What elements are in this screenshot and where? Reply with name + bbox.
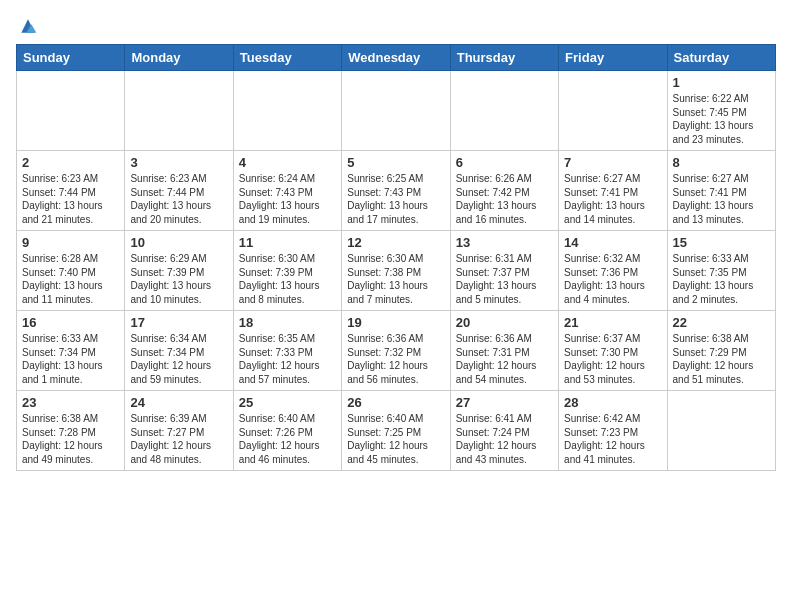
day-cell: 26Sunrise: 6:40 AM Sunset: 7:25 PM Dayli… (342, 391, 450, 471)
weekday-header-friday: Friday (559, 45, 667, 71)
weekday-header-monday: Monday (125, 45, 233, 71)
day-info: Sunrise: 6:37 AM Sunset: 7:30 PM Dayligh… (564, 332, 661, 386)
day-number: 1 (673, 75, 770, 90)
day-number: 2 (22, 155, 119, 170)
day-number: 23 (22, 395, 119, 410)
day-number: 16 (22, 315, 119, 330)
day-info: Sunrise: 6:38 AM Sunset: 7:28 PM Dayligh… (22, 412, 119, 466)
day-cell: 12Sunrise: 6:30 AM Sunset: 7:38 PM Dayli… (342, 231, 450, 311)
day-number: 17 (130, 315, 227, 330)
day-info: Sunrise: 6:30 AM Sunset: 7:39 PM Dayligh… (239, 252, 336, 306)
day-cell: 6Sunrise: 6:26 AM Sunset: 7:42 PM Daylig… (450, 151, 558, 231)
week-row-1: 1Sunrise: 6:22 AM Sunset: 7:45 PM Daylig… (17, 71, 776, 151)
day-cell (667, 391, 775, 471)
day-number: 7 (564, 155, 661, 170)
day-number: 15 (673, 235, 770, 250)
day-info: Sunrise: 6:22 AM Sunset: 7:45 PM Dayligh… (673, 92, 770, 146)
day-number: 22 (673, 315, 770, 330)
day-cell (125, 71, 233, 151)
day-info: Sunrise: 6:31 AM Sunset: 7:37 PM Dayligh… (456, 252, 553, 306)
day-number: 8 (673, 155, 770, 170)
day-info: Sunrise: 6:23 AM Sunset: 7:44 PM Dayligh… (22, 172, 119, 226)
day-cell: 24Sunrise: 6:39 AM Sunset: 7:27 PM Dayli… (125, 391, 233, 471)
day-info: Sunrise: 6:26 AM Sunset: 7:42 PM Dayligh… (456, 172, 553, 226)
day-number: 21 (564, 315, 661, 330)
day-number: 18 (239, 315, 336, 330)
day-cell: 5Sunrise: 6:25 AM Sunset: 7:43 PM Daylig… (342, 151, 450, 231)
day-info: Sunrise: 6:38 AM Sunset: 7:29 PM Dayligh… (673, 332, 770, 386)
day-info: Sunrise: 6:28 AM Sunset: 7:40 PM Dayligh… (22, 252, 119, 306)
weekday-header-tuesday: Tuesday (233, 45, 341, 71)
day-cell (233, 71, 341, 151)
day-cell: 13Sunrise: 6:31 AM Sunset: 7:37 PM Dayli… (450, 231, 558, 311)
day-cell (17, 71, 125, 151)
day-cell: 16Sunrise: 6:33 AM Sunset: 7:34 PM Dayli… (17, 311, 125, 391)
day-info: Sunrise: 6:35 AM Sunset: 7:33 PM Dayligh… (239, 332, 336, 386)
week-row-5: 23Sunrise: 6:38 AM Sunset: 7:28 PM Dayli… (17, 391, 776, 471)
day-cell: 23Sunrise: 6:38 AM Sunset: 7:28 PM Dayli… (17, 391, 125, 471)
day-cell (559, 71, 667, 151)
day-number: 25 (239, 395, 336, 410)
day-info: Sunrise: 6:40 AM Sunset: 7:25 PM Dayligh… (347, 412, 444, 466)
day-info: Sunrise: 6:42 AM Sunset: 7:23 PM Dayligh… (564, 412, 661, 466)
day-cell: 8Sunrise: 6:27 AM Sunset: 7:41 PM Daylig… (667, 151, 775, 231)
weekday-header-row: SundayMondayTuesdayWednesdayThursdayFrid… (17, 45, 776, 71)
day-number: 13 (456, 235, 553, 250)
day-number: 28 (564, 395, 661, 410)
day-cell: 18Sunrise: 6:35 AM Sunset: 7:33 PM Dayli… (233, 311, 341, 391)
day-cell: 14Sunrise: 6:32 AM Sunset: 7:36 PM Dayli… (559, 231, 667, 311)
day-cell: 17Sunrise: 6:34 AM Sunset: 7:34 PM Dayli… (125, 311, 233, 391)
day-cell (342, 71, 450, 151)
day-info: Sunrise: 6:34 AM Sunset: 7:34 PM Dayligh… (130, 332, 227, 386)
day-cell: 4Sunrise: 6:24 AM Sunset: 7:43 PM Daylig… (233, 151, 341, 231)
day-cell: 9Sunrise: 6:28 AM Sunset: 7:40 PM Daylig… (17, 231, 125, 311)
weekday-header-thursday: Thursday (450, 45, 558, 71)
day-info: Sunrise: 6:24 AM Sunset: 7:43 PM Dayligh… (239, 172, 336, 226)
day-cell: 27Sunrise: 6:41 AM Sunset: 7:24 PM Dayli… (450, 391, 558, 471)
day-info: Sunrise: 6:33 AM Sunset: 7:34 PM Dayligh… (22, 332, 119, 386)
day-info: Sunrise: 6:33 AM Sunset: 7:35 PM Dayligh… (673, 252, 770, 306)
day-number: 12 (347, 235, 444, 250)
day-number: 14 (564, 235, 661, 250)
day-number: 9 (22, 235, 119, 250)
day-cell: 19Sunrise: 6:36 AM Sunset: 7:32 PM Dayli… (342, 311, 450, 391)
day-cell (450, 71, 558, 151)
day-info: Sunrise: 6:36 AM Sunset: 7:31 PM Dayligh… (456, 332, 553, 386)
day-number: 19 (347, 315, 444, 330)
day-cell: 22Sunrise: 6:38 AM Sunset: 7:29 PM Dayli… (667, 311, 775, 391)
week-row-4: 16Sunrise: 6:33 AM Sunset: 7:34 PM Dayli… (17, 311, 776, 391)
week-row-2: 2Sunrise: 6:23 AM Sunset: 7:44 PM Daylig… (17, 151, 776, 231)
day-cell: 21Sunrise: 6:37 AM Sunset: 7:30 PM Dayli… (559, 311, 667, 391)
day-cell: 7Sunrise: 6:27 AM Sunset: 7:41 PM Daylig… (559, 151, 667, 231)
day-info: Sunrise: 6:32 AM Sunset: 7:36 PM Dayligh… (564, 252, 661, 306)
day-cell: 25Sunrise: 6:40 AM Sunset: 7:26 PM Dayli… (233, 391, 341, 471)
day-cell: 1Sunrise: 6:22 AM Sunset: 7:45 PM Daylig… (667, 71, 775, 151)
day-number: 27 (456, 395, 553, 410)
day-info: Sunrise: 6:39 AM Sunset: 7:27 PM Dayligh… (130, 412, 227, 466)
day-cell: 28Sunrise: 6:42 AM Sunset: 7:23 PM Dayli… (559, 391, 667, 471)
weekday-header-sunday: Sunday (17, 45, 125, 71)
day-cell: 15Sunrise: 6:33 AM Sunset: 7:35 PM Dayli… (667, 231, 775, 311)
day-number: 11 (239, 235, 336, 250)
weekday-header-saturday: Saturday (667, 45, 775, 71)
day-cell: 2Sunrise: 6:23 AM Sunset: 7:44 PM Daylig… (17, 151, 125, 231)
logo-icon (18, 16, 38, 36)
day-cell: 3Sunrise: 6:23 AM Sunset: 7:44 PM Daylig… (125, 151, 233, 231)
day-number: 20 (456, 315, 553, 330)
day-number: 24 (130, 395, 227, 410)
header (16, 16, 776, 36)
week-row-3: 9Sunrise: 6:28 AM Sunset: 7:40 PM Daylig… (17, 231, 776, 311)
day-cell: 10Sunrise: 6:29 AM Sunset: 7:39 PM Dayli… (125, 231, 233, 311)
day-info: Sunrise: 6:30 AM Sunset: 7:38 PM Dayligh… (347, 252, 444, 306)
logo (16, 16, 38, 36)
day-number: 10 (130, 235, 227, 250)
day-info: Sunrise: 6:27 AM Sunset: 7:41 PM Dayligh… (673, 172, 770, 226)
day-info: Sunrise: 6:29 AM Sunset: 7:39 PM Dayligh… (130, 252, 227, 306)
day-info: Sunrise: 6:23 AM Sunset: 7:44 PM Dayligh… (130, 172, 227, 226)
weekday-header-wednesday: Wednesday (342, 45, 450, 71)
day-number: 5 (347, 155, 444, 170)
day-number: 4 (239, 155, 336, 170)
day-number: 6 (456, 155, 553, 170)
day-info: Sunrise: 6:40 AM Sunset: 7:26 PM Dayligh… (239, 412, 336, 466)
day-number: 3 (130, 155, 227, 170)
